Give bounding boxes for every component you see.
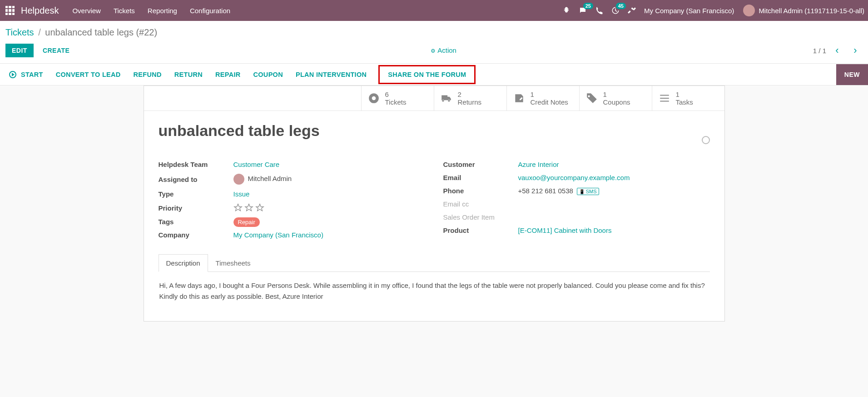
statusbar-actions: START CONVERT TO LEAD REFUND RETURN REPA… [20,65,476,85]
stat-coupons[interactable]: 1Coupons [579,86,652,111]
sales-order-item-label: Sales Order Item [443,213,518,221]
priority-label: Priority [159,204,233,212]
assigned-to-value[interactable]: Mitchell Admin [233,174,425,185]
phone-icon[interactable] [595,6,603,15]
helpdesk-team-label: Helpdesk Team [159,161,233,168]
username: Mitchell Admin (11917119-15-0-all) [759,7,864,15]
list-icon [659,92,670,104]
customer-label: Customer [443,161,518,168]
product-label: Product [443,226,518,234]
start-timer-icon[interactable] [9,71,16,78]
stat-tickets[interactable]: 6Tickets [361,86,434,111]
user-menu[interactable]: Mitchell Admin (11917119-15-0-all) [743,5,864,16]
action-convert-to-lead[interactable]: CONVERT TO LEAD [55,65,122,85]
truck-icon [441,92,452,104]
email-value[interactable]: vauxoo@yourcompany.example.com [518,174,710,181]
company-value[interactable]: My Company (San Francisco) [233,231,425,239]
debug-icon[interactable] [562,6,570,15]
ticket-title: unbalanced table legs [159,122,320,140]
activities-badge: 45 [616,3,626,9]
assignee-avatar [233,174,244,185]
main-menu: Overview Tickets Reporting Configuration [72,7,230,15]
stat-returns[interactable]: 2Returns [434,86,506,111]
tools-icon[interactable] [628,6,636,15]
action-return[interactable]: RETURN [174,65,203,85]
messages-badge: 25 [583,3,593,9]
breadcrumb-current: unbalanced table legs (#22) [45,27,157,37]
pager: 1 / 1 ‹ › [813,43,863,58]
action-plan-intervention[interactable]: PLAN INTERVENTION [295,65,367,85]
tag-repair[interactable]: Repair [233,217,260,227]
action-repair[interactable]: REPAIR [214,65,242,85]
breadcrumb-sep: / [38,27,41,37]
sms-button[interactable]: SMS [577,188,599,195]
company-label: Company [159,231,233,239]
top-navbar: Helpdesk Overview Tickets Reporting Conf… [0,0,868,21]
control-panel: EDIT CREATE Action 1 / 1 ‹ › [0,40,868,64]
breadcrumb: Tickets / unbalanced table legs (#22) [0,21,868,40]
kanban-state-toggle[interactable] [702,136,710,144]
product-value[interactable]: [E-COM11] Cabinet with Doors [518,226,710,234]
star-icon[interactable] [255,203,264,212]
action-dropdown[interactable]: Action [431,46,456,54]
action-start[interactable]: START [20,65,44,85]
systray: 25 45 [562,6,636,15]
stat-button-box: 6Tickets 2Returns 1Credit Notes 1Coupons… [144,86,724,111]
priority-stars[interactable] [233,203,425,212]
avatar [743,5,755,16]
type-label: Type [159,190,233,198]
action-coupon[interactable]: COUPON [253,65,284,85]
apps-menu-icon[interactable] [4,4,16,17]
edit-note-icon [513,92,525,104]
stage-new[interactable]: NEW [836,64,868,85]
company-switcher[interactable]: My Company (San Francisco) [644,7,734,15]
description-body: Hi, A few days ago, I bought a Four Pers… [159,272,710,310]
create-button[interactable]: CREATE [38,45,74,56]
right-column: CustomerAzure Interior Emailvauxoo@yourc… [443,158,710,241]
tags-label: Tags [159,218,233,226]
lifebuoy-icon [368,92,380,104]
email-label: Email [443,174,518,181]
assigned-to-label: Assigned to [159,176,233,183]
form-sheet: 6Tickets 2Returns 1Credit Notes 1Coupons… [144,85,725,322]
notebook-tabs: Description Timesheets [159,254,710,272]
menu-overview[interactable]: Overview [72,7,101,15]
activities-icon[interactable]: 45 [611,6,620,15]
emailcc-label: Email cc [443,200,518,208]
stat-credit-notes[interactable]: 1Credit Notes [506,86,579,111]
form-scroll-area[interactable]: 6Tickets 2Returns 1Credit Notes 1Coupons… [0,85,868,397]
stat-tasks[interactable]: 1Tasks [652,86,724,111]
star-icon[interactable] [233,203,243,212]
menu-reporting[interactable]: Reporting [148,7,177,15]
menu-configuration[interactable]: Configuration [190,7,230,15]
pager-next[interactable]: › [848,43,863,58]
phone-label: Phone [443,187,518,195]
phone-value[interactable]: +58 212 681 0538 [518,187,573,195]
tab-description[interactable]: Description [159,254,208,272]
customer-value[interactable]: Azure Interior [518,161,710,168]
star-icon[interactable] [244,203,253,212]
tag-icon [586,92,598,104]
type-value[interactable]: Issue [233,190,425,198]
action-share-on-forum[interactable]: SHARE ON THE FORUM [378,65,476,84]
messages-icon[interactable]: 25 [579,6,587,15]
tab-timesheets[interactable]: Timesheets [208,254,258,271]
pager-prev[interactable]: ‹ [830,43,844,58]
left-column: Helpdesk TeamCustomer Care Assigned toMi… [159,158,425,241]
pager-value[interactable]: 1 / 1 [813,47,826,55]
action-refund[interactable]: REFUND [133,65,163,85]
helpdesk-team-value[interactable]: Customer Care [233,161,425,168]
status-bar: START CONVERT TO LEAD REFUND RETURN REPA… [0,64,868,85]
menu-tickets[interactable]: Tickets [114,7,135,15]
breadcrumb-root[interactable]: Tickets [5,27,34,37]
edit-button[interactable]: EDIT [5,44,34,57]
app-brand[interactable]: Helpdesk [21,5,59,16]
